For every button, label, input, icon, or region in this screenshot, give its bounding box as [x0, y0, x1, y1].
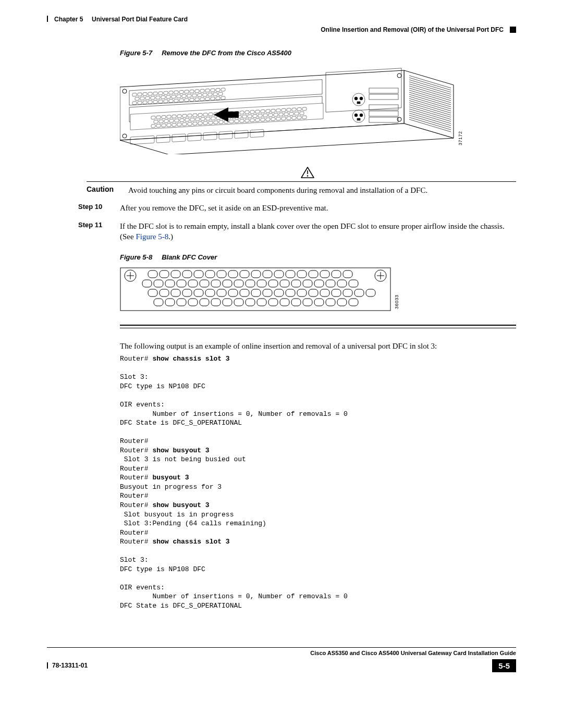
- figure8-label: Figure 5-8: [120, 253, 152, 261]
- caution-label: Caution: [87, 185, 123, 195]
- figure-8-image: 36033: [120, 267, 516, 312]
- cli-c2: show busyout 3: [152, 447, 209, 454]
- cli-c3: busyout 3: [152, 474, 189, 482]
- cli-p1: Router#: [120, 355, 152, 363]
- step-10-row: Step 10 After you remove the DFC, set it…: [78, 203, 516, 213]
- figure-8-caption: Figure 5-8Blank DFC Cover: [120, 253, 516, 261]
- section-divider-top: [120, 325, 516, 326]
- output-intro-text: The following output is an example of on…: [120, 341, 516, 351]
- cli-b1: Slot 3: DFC type is NP108 DFC OIR events…: [120, 373, 348, 454]
- caution-text: Avoid touching any pins or circuit board…: [128, 185, 516, 195]
- figure-5-8-link[interactable]: Figure 5-8: [136, 232, 168, 241]
- svg-point-32: [360, 97, 363, 100]
- caution-block: Caution Avoid touching any pins or circu…: [87, 167, 516, 195]
- cli-b5: Slot 3: DFC type is NP108 DFC OIR events…: [120, 556, 348, 610]
- page-header: Chapter 5 Universal Port Dial Feature Ca…: [47, 16, 516, 23]
- svg-rect-33: [357, 102, 360, 104]
- figure-7-image: 37172: [120, 63, 516, 154]
- step-11-text-b: .): [168, 232, 173, 241]
- chapter-label: Chapter 5: [54, 16, 83, 23]
- figure7-label: Figure 5-7: [120, 49, 152, 57]
- footer-doc-number: 78-13311-01: [52, 662, 88, 669]
- page-footer: Cisco AS5350 and Cisco AS5400 Universal …: [47, 647, 516, 673]
- svg-point-34: [354, 114, 358, 117]
- svg-point-200: [307, 175, 309, 177]
- step-11-row: Step 11 If the DFC slot is to remain emp…: [78, 221, 516, 242]
- footer-guide-title: Cisco AS5350 and Cisco AS5400 Universal …: [47, 650, 516, 656]
- section-divider-bottom: [120, 328, 516, 328]
- step-10-text: After you remove the DFC, set it aside o…: [120, 203, 516, 213]
- header-square-right: [510, 27, 516, 33]
- cli-c1: show chassis slot 3: [152, 355, 229, 363]
- figure8-title: Blank DFC Cover: [162, 253, 217, 261]
- figure7-image-number: 37172: [458, 131, 463, 145]
- cli-c4: show busyout 3: [152, 501, 209, 509]
- step-10-label: Step 10: [78, 203, 115, 213]
- step-11-label: Step 11: [78, 221, 115, 242]
- figure8-image-number: 36033: [394, 294, 399, 309]
- cli-c5: show chassis slot 3: [152, 538, 229, 546]
- step-11-text: If the DFC slot is to remain empty, inst…: [120, 221, 516, 242]
- header-tick-left: [47, 16, 48, 22]
- footer-tick-left: [47, 662, 48, 669]
- page-number: 5-5: [492, 659, 516, 672]
- svg-rect-36: [357, 118, 360, 120]
- figure7-title: Remove the DFC from the Cisco AS5400: [162, 49, 291, 57]
- step-11-text-a: If the DFC slot is to remain empty, inst…: [120, 222, 505, 241]
- chapter-title: Universal Port Dial Feature Card: [92, 16, 188, 23]
- warning-icon: [99, 167, 516, 180]
- section-title: Online Insertion and Removal (OIR) of th…: [321, 26, 504, 33]
- svg-point-31: [354, 97, 358, 100]
- cli-output: Router# show chassis slot 3 Slot 3: DFC …: [120, 354, 516, 610]
- figure-7-caption: Figure 5-7Remove the DFC from the Cisco …: [120, 49, 516, 57]
- svg-point-35: [360, 114, 363, 117]
